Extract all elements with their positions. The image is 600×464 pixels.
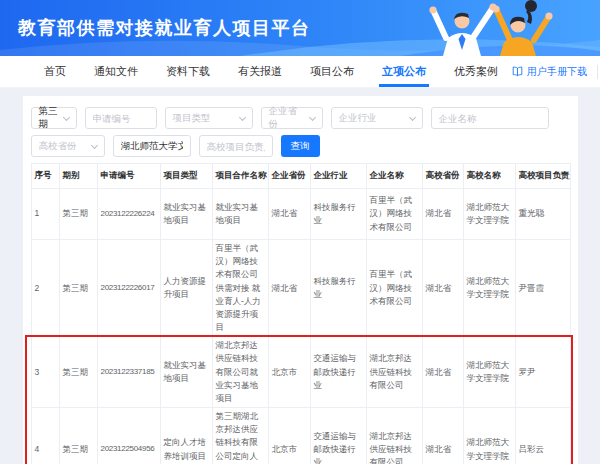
school-province-select[interactable]: 高校省份 <box>31 135 105 157</box>
table-cell: 就业实习基地项目 <box>160 337 212 408</box>
table-cell: 湖北省 <box>422 408 463 464</box>
filter-row-1: 第三期 项目类型 企业省份 企业行业 <box>31 107 570 129</box>
table-cell: 第三期 <box>59 337 97 408</box>
table-cell: 科技服务行业 <box>310 189 366 240</box>
column-header: 高校省份 <box>422 164 463 189</box>
table-cell: 湖北省 <box>268 189 310 240</box>
table-cell: 第三期 <box>59 408 97 464</box>
table-cell: 湖北师范大学文理学院 <box>463 240 515 337</box>
table-cell: 2023122337185 <box>97 337 160 408</box>
table-cell: 湖北师范大学文理学院 <box>463 408 515 464</box>
table-cell: 吕彩云 <box>515 408 570 464</box>
company-industry-placeholder: 企业行业 <box>339 112 377 125</box>
main-nav: 首页通知文件资料下载有关报道项目公布立项公布优秀案例 用户手册下载 登录 <box>0 56 600 88</box>
nav-item-downloads[interactable]: 资料下载 <box>152 56 224 87</box>
table-cell: 百里半（武汉）网络技术有限公司供需对接 就业育人-人力资源提升项目 <box>212 240 268 337</box>
table-cell: 定向人才培养培训项目 <box>160 408 212 464</box>
column-header: 项目合作名称 <box>212 164 268 189</box>
nav-item-approval-announce[interactable]: 立项公布 <box>368 56 440 87</box>
company-industry-select[interactable]: 企业行业 <box>331 107 423 129</box>
company-province-placeholder: 企业省份 <box>269 105 306 131</box>
company-name-input[interactable] <box>431 107 549 129</box>
table-cell: 2023122226017 <box>97 240 160 337</box>
divider <box>597 65 598 79</box>
table-cell: 第三期 <box>59 240 97 337</box>
table-cell: 2023122226224 <box>97 189 160 240</box>
results-table: 序号期别申请编号项目类型项目合作名称企业省份企业行业企业名称高校省份高校名称高校… <box>31 163 571 464</box>
table-cell: 科技服务行业 <box>310 240 366 337</box>
table-cell: 罗尹 <box>515 337 570 408</box>
chevron-down-icon <box>238 113 245 120</box>
table-cell: 湖北师范大学文理学院 <box>463 337 515 408</box>
column-header: 期别 <box>59 164 97 189</box>
column-header: 企业行业 <box>310 164 366 189</box>
table-cell: 北京市 <box>268 337 310 408</box>
column-header: 申请编号 <box>97 164 160 189</box>
table-cell: 4 <box>31 408 59 464</box>
table-cell: 重光聪 <box>515 189 570 240</box>
table-cell: 交通运输与邮政快递行业 <box>310 408 366 464</box>
table-cell: 百里半（武汉）网络技术有限公司 <box>366 189 422 240</box>
nav-item-reports[interactable]: 有关报道 <box>224 56 296 87</box>
application-no-input[interactable] <box>85 107 157 129</box>
column-header: 企业名称 <box>366 164 422 189</box>
table-cell: 第三期湖北京邦达供应链科技有限公司定向人才培养培训项目 <box>212 408 268 464</box>
chevron-down-icon <box>62 113 69 120</box>
school-leader-input[interactable] <box>199 135 273 157</box>
results-table-wrap: 序号期别申请编号项目类型项目合作名称企业省份企业行业企业名称高校省份高校名称高校… <box>31 163 570 464</box>
table-cell: 人力资源提升项目 <box>160 240 212 337</box>
company-province-select[interactable]: 企业省份 <box>261 107 323 129</box>
chevron-down-icon <box>308 113 315 120</box>
filter-row-2: 高校省份 查询 <box>31 135 570 157</box>
school-province-placeholder: 高校省份 <box>39 140 77 153</box>
page-title: 教育部供需对接就业育人项目平台 <box>18 16 311 40</box>
table-body: 1第三期2023122226224就业实习基地项目就业实习基地项目湖北省科技服务… <box>31 189 570 464</box>
table-cell: 百里半（武汉）网络技术有限公司 <box>366 240 422 337</box>
table-cell: 湖北师范大学文理学院 <box>463 189 515 240</box>
manual-download-link[interactable]: 用户手册下载 <box>512 65 587 79</box>
project-type-placeholder: 项目类型 <box>173 112 211 125</box>
column-header: 高校名称 <box>463 164 515 189</box>
nav-item-project-announce[interactable]: 项目公布 <box>296 56 368 87</box>
table-row: 2第三期2023122226017人力资源提升项目百里半（武汉）网络技术有限公司… <box>31 240 570 337</box>
table-header-row: 序号期别申请编号项目类型项目合作名称企业省份企业行业企业名称高校省份高校名称高校… <box>31 164 570 189</box>
banner: 教育部供需对接就业育人项目平台 <box>0 0 600 56</box>
chevron-down-icon <box>408 113 415 120</box>
book-icon <box>512 66 523 77</box>
manual-download-label: 用户手册下载 <box>527 65 587 79</box>
table-cell: 湖北省 <box>422 189 463 240</box>
table-row: 1第三期2023122226224就业实习基地项目就业实习基地项目湖北省科技服务… <box>31 189 570 240</box>
table-cell: 交通运输与邮政快递行业 <box>310 337 366 408</box>
column-header: 企业省份 <box>268 164 310 189</box>
table-cell: 3 <box>31 337 59 408</box>
table-cell: 2 <box>31 240 59 337</box>
search-button[interactable]: 查询 <box>281 135 320 157</box>
chevron-down-icon <box>90 141 97 148</box>
table-cell: 尹晋霞 <box>515 240 570 337</box>
content-card: 第三期 项目类型 企业省份 企业行业 高校省份 查询 <box>23 96 578 464</box>
period-select[interactable]: 第三期 <box>31 107 77 129</box>
table-cell: 湖北京邦达供应链科技有限公司就业实习基地项目 <box>212 337 268 408</box>
table-cell: 2023122504956 <box>97 408 160 464</box>
table-row: 3第三期2023122337185就业实习基地项目湖北京邦达供应链科技有限公司就… <box>31 337 570 408</box>
nav-item-home[interactable]: 首页 <box>30 56 80 87</box>
table-cell: 就业实习基地项目 <box>160 189 212 240</box>
period-select-value: 第三期 <box>39 105 60 131</box>
table-cell: 北京市 <box>268 408 310 464</box>
table-cell: 湖北省 <box>422 240 463 337</box>
column-header: 项目类型 <box>160 164 212 189</box>
column-header: 序号 <box>31 164 59 189</box>
nav-right: 用户手册下载 登录 <box>512 56 600 87</box>
table-cell: 湖北省 <box>268 240 310 337</box>
table-cell: 湖北京邦达供应链科技有限公司 <box>366 408 422 464</box>
nav-item-excellent-cases[interactable]: 优秀案例 <box>440 56 512 87</box>
nav-item-notice-files[interactable]: 通知文件 <box>80 56 152 87</box>
project-type-select[interactable]: 项目类型 <box>165 107 253 129</box>
column-header: 高校项目负责人 <box>515 164 570 189</box>
school-name-input[interactable] <box>113 135 191 157</box>
table-cell: 1 <box>31 189 59 240</box>
table-cell: 就业实习基地项目 <box>212 189 268 240</box>
table-cell: 第三期 <box>59 189 97 240</box>
table-cell: 湖北省 <box>422 337 463 408</box>
table-row: 4第三期2023122504956定向人才培养培训项目第三期湖北京邦达供应链科技… <box>31 408 570 464</box>
